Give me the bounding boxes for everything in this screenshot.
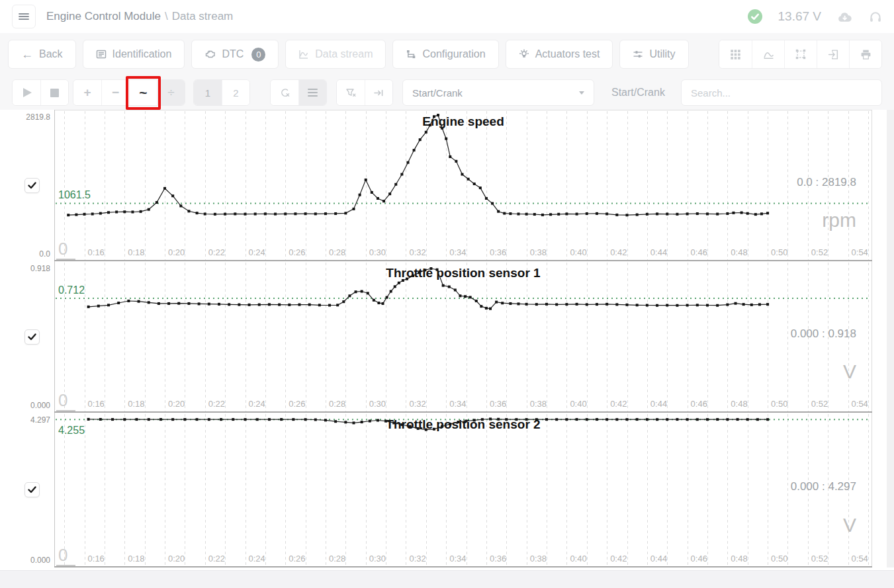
goto-end-button[interactable]	[365, 80, 392, 105]
x-tick-label: 0:34	[449, 554, 466, 564]
wave-tool-button[interactable]: ~	[129, 80, 157, 105]
x-tick-label: 0:40	[570, 247, 586, 257]
charts-region: 2819.80.00:160:180:200:220:240:260:280:3…	[0, 110, 894, 567]
list-view-button[interactable]	[298, 80, 326, 105]
cursor-value-label: 4.255	[58, 425, 85, 436]
stream-toolbar: + − ~ ÷ 1 2	[8, 79, 882, 106]
control-band: ← Back Identification DTC 0	[0, 33, 894, 110]
x-tick-label: 0:48	[731, 554, 747, 564]
tab-configuration[interactable]: Configuration	[392, 40, 498, 69]
headphones-icon[interactable]	[869, 10, 882, 23]
clear-icon	[279, 87, 291, 99]
sliders-icon	[633, 49, 643, 60]
cloud-download-icon[interactable]	[837, 11, 853, 22]
chart-visibility-checkbox[interactable]	[24, 178, 40, 193]
check-icon	[28, 333, 36, 341]
view-2-button[interactable]: 2	[222, 80, 249, 105]
x-tick-label: 0:42	[610, 399, 627, 409]
search-input[interactable]	[681, 79, 882, 106]
y-max-label: 4.297	[0, 415, 50, 425]
y-max-label: 2819.8	[0, 112, 50, 122]
x-tick-label: 0:52	[811, 247, 828, 257]
zoom-in-button[interactable]: +	[73, 80, 101, 105]
frame-select-dropdown[interactable]: Start/Crank	[402, 79, 594, 106]
tab-bar: ← Back Identification DTC 0	[8, 40, 882, 69]
connection-ok-icon	[748, 9, 762, 24]
x-tick-label: 0:42	[610, 554, 627, 564]
hamburger-menu-button[interactable]	[12, 5, 36, 28]
tab-data-stream[interactable]: Data stream	[285, 40, 386, 69]
x-tick-label: 0:26	[289, 399, 305, 409]
x-tick-label: 0:18	[128, 554, 144, 564]
x-tick-label: 0:36	[490, 247, 506, 257]
x-tick-label: 0:30	[369, 399, 386, 409]
tab-actuators-test[interactable]: Actuators test	[506, 40, 613, 69]
cursor-value-label: 1061.5	[58, 189, 91, 200]
configuration-icon	[406, 49, 416, 60]
play-icon	[23, 88, 32, 97]
x-tick-label: 0:38	[530, 554, 547, 564]
scrollbar-track[interactable]	[887, 110, 894, 567]
y-min-label: 0.0	[0, 249, 50, 259]
x-tick-label: 0:16	[88, 399, 105, 409]
filter-clear-icon	[345, 87, 357, 99]
x-tick-label: 0:54	[852, 554, 868, 564]
chart-plot[interactable]: 0:160:180:200:220:240:260:280:300:320:34…	[54, 413, 872, 567]
clear-filter-button[interactable]	[337, 80, 365, 105]
check-icon	[28, 486, 36, 493]
chart-visibility-checkbox[interactable]	[24, 482, 40, 497]
print-button[interactable]	[849, 40, 881, 68]
zero-axis-label: 0	[56, 392, 75, 411]
x-tick-label: 0:44	[650, 554, 667, 564]
x-tick-label: 0:46	[691, 399, 707, 409]
split-scale-button[interactable]: ÷	[157, 80, 185, 105]
grid-view-button[interactable]	[719, 40, 752, 68]
engine-icon	[204, 49, 216, 60]
x-tick-label: 0:16	[88, 554, 105, 564]
tab-utility[interactable]: Utility	[619, 40, 688, 69]
chart-plot[interactable]: 0:160:180:200:220:240:260:280:300:320:34…	[54, 261, 872, 413]
x-tick-label: 0:52	[811, 554, 828, 564]
clear-selection-button[interactable]	[271, 80, 298, 105]
x-tick-label: 0:20	[168, 554, 185, 564]
export-icon	[828, 49, 839, 60]
breadcrumb-page: Data stream	[172, 10, 234, 22]
x-tick-label: 0:46	[691, 247, 707, 257]
chevron-down-icon	[579, 91, 584, 95]
x-tick-label: 0:18	[128, 399, 144, 409]
x-tick-label: 0:44	[650, 247, 667, 257]
x-tick-label: 0:48	[731, 399, 747, 409]
x-tick-label: 0:50	[771, 247, 787, 257]
play-button[interactable]	[13, 80, 40, 105]
wave-icon: ~	[139, 85, 147, 101]
x-tick-label: 0:28	[329, 399, 345, 409]
export-button[interactable]	[817, 40, 849, 68]
chart-view-button[interactable]	[752, 40, 784, 68]
select-area-button[interactable]	[784, 40, 817, 68]
x-tick-label: 0:48	[731, 247, 747, 257]
tab-identification[interactable]: Identification	[83, 40, 185, 69]
breadcrumb-module: Engine Control Module	[46, 10, 161, 22]
x-tick-label: 0:32	[409, 554, 425, 564]
chart-row: 4.2970.0000:160:180:200:220:240:260:280:…	[0, 413, 894, 567]
app-header: Engine Control Module\Data stream 13.67 …	[0, 0, 894, 33]
chart-visibility-checkbox[interactable]	[24, 329, 40, 345]
footer-bar	[0, 570, 894, 588]
identification-icon	[96, 49, 107, 60]
back-button[interactable]: ← Back	[8, 40, 76, 69]
tab-dtc[interactable]: DTC 0	[191, 40, 279, 69]
zoom-out-button[interactable]: −	[101, 80, 129, 105]
check-icon	[28, 182, 36, 189]
chart-plot[interactable]: 0:160:180:200:220:240:260:280:300:320:34…	[54, 110, 872, 261]
hamburger-icon	[19, 11, 29, 22]
view-1-button[interactable]: 1	[194, 80, 222, 105]
x-tick-label: 0:28	[329, 554, 345, 564]
stop-button[interactable]	[40, 80, 68, 105]
breadcrumb-separator: \	[165, 10, 168, 22]
printer-icon	[860, 49, 872, 60]
series-line	[68, 115, 768, 215]
y-min-label: 0.000	[0, 401, 50, 410]
plus-icon: +	[83, 85, 91, 100]
unit-label: V	[843, 360, 856, 383]
frame-select-value: Start/Crank	[412, 87, 463, 99]
